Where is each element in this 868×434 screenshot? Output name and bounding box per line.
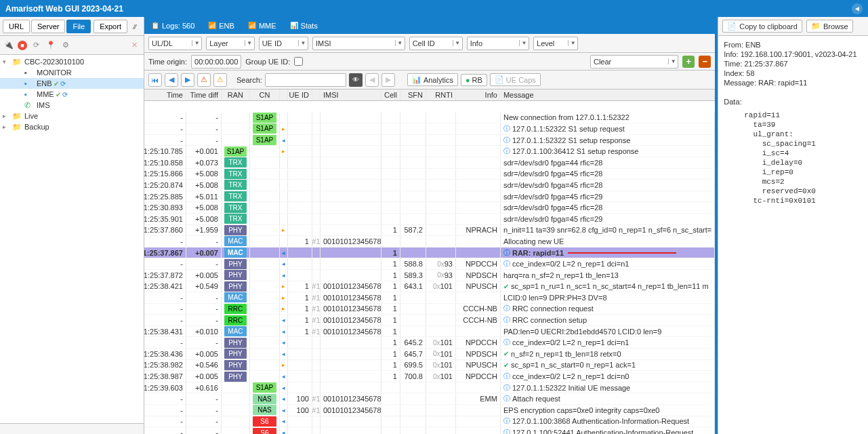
- close-icon[interactable]: ✕: [129, 39, 141, 52]
- find-icon[interactable]: 👁: [349, 73, 363, 87]
- info-icon: ⓘ: [503, 259, 510, 269]
- log-row[interactable]: 21:25:30.893+5.008TRXsdr=/dev/sdr0 fpga=…: [144, 202, 715, 214]
- detail-panel: 📄Copy to clipboard 📁Browse From: ENB Inf…: [718, 17, 868, 434]
- log-row[interactable]: --NAS◂100#1001010123456789EPS encryption…: [144, 405, 715, 416]
- sidebar-toolbar2: 🔌 ■ ⟳ 📍 ⚙ ✕: [0, 36, 144, 55]
- log-row[interactable]: --PHY◂1588.80x93NPDCCHⓘcce_index=0/2 L=2…: [144, 258, 715, 270]
- url-button[interactable]: URL: [3, 20, 30, 33]
- log-row[interactable]: --RRC◂1#10010101234567891CCCH-NBⓘRRC con…: [144, 315, 715, 326]
- tab-mme[interactable]: 📶MME: [241, 17, 283, 34]
- log-row[interactable]: 21:25:38.421+0.549PHY▸1#1001010123456789…: [144, 281, 715, 293]
- search-prev-icon[interactable]: ◀: [365, 73, 379, 87]
- log-row[interactable]: 21:25:38.431+0.010MAC◂1#1001010123456789…: [144, 326, 715, 338]
- log-row[interactable]: 21:25:38.982+0.546PHY▸1699.50x101NPUSCH✔…: [144, 360, 715, 372]
- log-row[interactable]: --S6◂ⓘ127.0.1.100:52441 Authentication-I…: [144, 427, 715, 434]
- collapse-left-icon[interactable]: ◄: [852, 3, 863, 14]
- log-row[interactable]: --RRC▸1#10010101234567891CCCH-NBⓘRRC con…: [144, 304, 715, 315]
- tab-logs[interactable]: 📋Logs: 560: [144, 17, 201, 34]
- stop-icon[interactable]: ■: [18, 41, 27, 50]
- search-input[interactable]: [265, 73, 346, 87]
- log-row[interactable]: 21:25:38.987+0.005PHY◂1700.80x101NPDCCHⓘ…: [144, 371, 715, 382]
- layer-select[interactable]: Layer▼: [206, 37, 255, 50]
- sidebar-scrollbar[interactable]: [0, 423, 144, 434]
- warn-icon[interactable]: ⚠: [197, 73, 211, 87]
- info-select[interactable]: Info▼: [467, 37, 529, 50]
- tab-enb[interactable]: 📶ENB: [201, 17, 241, 34]
- gears-icon[interactable]: ⚙: [60, 39, 72, 52]
- copy-icon: 📄: [727, 22, 737, 31]
- log-row[interactable]: 21:25:37.867+0.007MAC◂1ⓘRAR: rapid=11: [144, 248, 715, 259]
- log-row[interactable]: --PHY◂1645.20x101NPDCCHⓘcce_index=0/2 L=…: [144, 337, 715, 349]
- info-icon: ⓘ: [503, 248, 510, 258]
- log-row[interactable]: 21:25:25.885+5.011TRXsdr=/dev/sdr0 fpga=…: [144, 191, 715, 203]
- pin-icon[interactable]: 📍: [45, 39, 57, 52]
- log-row[interactable]: --S1APNew connection from 127.0.1.1:5232…: [144, 113, 715, 124]
- info-icon: ⓘ: [503, 304, 510, 313]
- level-select[interactable]: Level▼: [533, 37, 578, 50]
- log-grid[interactable]: TimeTime diffRANCNUE IDIMSICellSFNRNTIIn…: [144, 90, 715, 434]
- log-row[interactable]: 21:25:10.858+0.073TRXsdr=/dev/sdr0 fpga=…: [144, 157, 715, 169]
- time-origin-input[interactable]: 00:00:00.000: [191, 55, 241, 68]
- arrow-left-icon: ◂: [282, 384, 285, 391]
- log-row[interactable]: 21:25:39.603+0.616S1AP◂ⓘ127.0.1.1:52322 …: [144, 382, 715, 394]
- log-row[interactable]: --NAS◂100#1001010123456789EMMⓘAttach req…: [144, 393, 715, 405]
- log-row[interactable]: 21:25:37.872+0.005PHY◂1589.30x93NPDSCHha…: [144, 270, 715, 281]
- arrow-left-icon: ◂: [282, 418, 285, 425]
- monitor-icon: ▪: [24, 68, 35, 77]
- search-next-icon[interactable]: ▶: [381, 73, 395, 87]
- tree-live[interactable]: ▸📁Live: [0, 111, 144, 121]
- log-row[interactable]: 21:25:20.874+5.008TRXsdr=/dev/sdr0 fpga=…: [144, 180, 715, 191]
- imsi-input[interactable]: [334, 37, 395, 50]
- log-row[interactable]: 21:25:35.901+5.008TRXsdr=/dev/sdr0 fpga=…: [144, 214, 715, 225]
- log-row[interactable]: 21:25:37.860+1.959PHY▸1587.2NPRACHn_init…: [144, 225, 715, 237]
- export-button[interactable]: Export: [94, 20, 127, 33]
- reload-icon[interactable]: ⟳: [30, 39, 42, 52]
- first-icon[interactable]: ⏮: [148, 73, 162, 87]
- rb-button[interactable]: ●RB: [461, 74, 487, 86]
- prev-icon[interactable]: ◀: [165, 73, 178, 87]
- tree-mme[interactable]: ▪MME✔⟳: [0, 89, 144, 100]
- log-row[interactable]: --S6◂ⓘ127.0.1.100:3868 Authentication-In…: [144, 416, 715, 428]
- group-ueid-checkbox[interactable]: [294, 57, 303, 66]
- status-ok-icon: ✔: [56, 91, 61, 98]
- copy-button[interactable]: 📄Copy to clipboard: [722, 20, 802, 33]
- log-row[interactable]: --MAC▸1#10010101234567891LCID:0 len=9 DP…: [144, 292, 715, 304]
- log-row[interactable]: 21:25:10.785+0.001S1AP▸ⓘ127.0.1.100:3641…: [144, 146, 715, 157]
- file-button[interactable]: File: [66, 20, 91, 33]
- tab-stats[interactable]: 📊Stats: [283, 17, 325, 34]
- log-row[interactable]: --MAC1#1001010123456789Allocating new UE: [144, 236, 715, 248]
- log-row[interactable]: 21:25:38.436+0.005PHY◂1645.70x101NPDSCH✔…: [144, 349, 715, 360]
- add-icon[interactable]: +: [682, 56, 695, 68]
- log-row[interactable]: --S1AP▸ⓘ127.0.1.1:52322 S1 setup request: [144, 123, 715, 135]
- rb-icon: ●: [466, 76, 470, 84]
- uldl-select[interactable]: UL/DL▼: [148, 37, 202, 50]
- browse-button[interactable]: 📁Browse: [806, 20, 853, 33]
- folder-icon: 📁: [12, 112, 23, 121]
- arrow-left-icon: ◂: [282, 429, 285, 434]
- clear-select[interactable]: Clear▼: [590, 55, 678, 68]
- imsi-select[interactable]: IMSI▼: [312, 37, 405, 50]
- status-ok-icon: ✔: [54, 80, 59, 87]
- split-icon[interactable]: ⫽: [129, 20, 141, 33]
- info-icon: ⓘ: [503, 372, 510, 381]
- tree-backup[interactable]: ▸📁Backup: [0, 121, 144, 132]
- next-icon[interactable]: ▶: [181, 73, 194, 87]
- uecaps-button[interactable]: 📄UE Caps: [490, 73, 541, 86]
- info-icon: ⓘ: [503, 146, 510, 156]
- status-sync-icon: ⟳: [60, 80, 66, 87]
- log-row[interactable]: --S1AP◂ⓘ127.0.1.1:52322 S1 setup respons…: [144, 135, 715, 146]
- alert-icon[interactable]: ⚠: [213, 73, 227, 87]
- analytics-button[interactable]: 📊Analytics: [407, 73, 458, 86]
- remove-icon[interactable]: −: [699, 56, 711, 68]
- ueid-select[interactable]: UE ID▼: [259, 37, 308, 50]
- info-icon: ⓘ: [503, 383, 510, 393]
- tree-ims[interactable]: ✆IMS: [0, 100, 144, 111]
- tree-enb[interactable]: ▪ENB✔⟳: [0, 78, 144, 89]
- server-button[interactable]: Server: [31, 20, 65, 33]
- cellid-select[interactable]: Cell ID▼: [409, 37, 463, 50]
- log-row[interactable]: 21:25:15.866+5.008TRXsdr=/dev/sdr0 fpga=…: [144, 169, 715, 180]
- connect-icon[interactable]: 🔌: [3, 39, 15, 52]
- tree-root[interactable]: ▾📁CBC-2023010100: [0, 56, 144, 67]
- tree-monitor[interactable]: ▪MONITOR: [0, 67, 144, 78]
- filter-bar2: Time origin: 00:00:00.000 Group UE ID: C…: [144, 53, 715, 71]
